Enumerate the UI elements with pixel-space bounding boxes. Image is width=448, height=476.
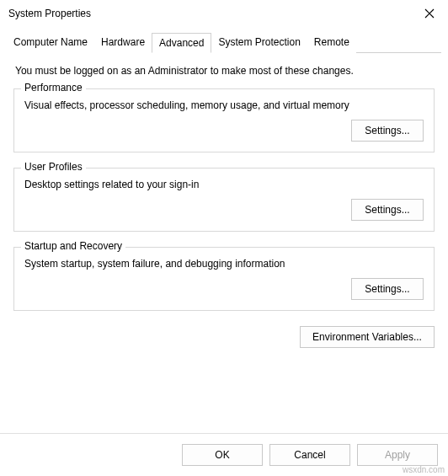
group-startup-recovery: Startup and Recovery System startup, sys… (13, 247, 435, 311)
startup-settings-button[interactable]: Settings... (351, 278, 424, 300)
group-user-profiles-title: User Profiles (21, 161, 86, 173)
user-profiles-settings-button[interactable]: Settings... (351, 199, 424, 221)
group-performance-title: Performance (21, 82, 86, 94)
apply-button[interactable]: Apply (357, 444, 438, 466)
tab-system-protection[interactable]: System Protection (211, 33, 307, 53)
group-user-profiles: User Profiles Desktop settings related t… (13, 168, 435, 232)
cancel-button[interactable]: Cancel (269, 444, 350, 466)
environment-variables-button[interactable]: Environment Variables... (300, 326, 435, 348)
window-title: System Properties (8, 8, 91, 19)
titlebar: System Properties (0, 0, 448, 27)
performance-settings-button[interactable]: Settings... (351, 120, 424, 142)
close-button[interactable] (418, 2, 441, 25)
group-performance-desc: Visual effects, processor scheduling, me… (24, 99, 424, 111)
dialog-content: Computer Name Hardware Advanced System P… (0, 27, 448, 348)
group-startup-title: Startup and Recovery (21, 240, 125, 252)
group-startup-desc: System startup, system failure, and debu… (24, 258, 424, 270)
tab-computer-name[interactable]: Computer Name (7, 33, 94, 53)
close-icon (424, 8, 435, 19)
tab-bar: Computer Name Hardware Advanced System P… (7, 32, 441, 53)
dialog-footer: OK Cancel Apply (0, 433, 448, 476)
tab-hardware[interactable]: Hardware (94, 33, 152, 53)
group-performance: Performance Visual effects, processor sc… (13, 88, 435, 152)
ok-button[interactable]: OK (182, 444, 263, 466)
tab-advanced[interactable]: Advanced (152, 33, 211, 53)
group-user-profiles-desc: Desktop settings related to your sign-in (24, 179, 424, 190)
tab-remote[interactable]: Remote (307, 33, 356, 53)
